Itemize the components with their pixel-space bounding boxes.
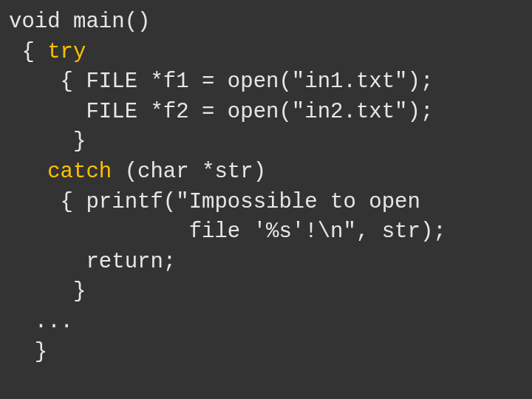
code-line: }: [9, 129, 86, 154]
code-line: { printf("Impossible to open: [9, 190, 420, 214]
code-line: void main(): [9, 10, 150, 34]
keyword-catch: catch: [47, 160, 112, 184]
code-line: catch (char *str): [9, 160, 266, 184]
code-line: }: [9, 340, 47, 364]
code-line: return;: [9, 250, 176, 274]
code-line: { try: [9, 40, 86, 64]
code-line: FILE *f2 = open("in2.txt");: [9, 100, 433, 124]
keyword-try: try: [47, 40, 86, 64]
code-line: { FILE *f1 = open("in1.txt");: [9, 69, 433, 94]
code-block: void main() { try { FILE *f1 = open("in1…: [0, 0, 532, 375]
code-line: file '%s'!\n", str);: [9, 219, 446, 244]
code-line: ...: [9, 310, 73, 334]
code-line: }: [9, 279, 86, 304]
